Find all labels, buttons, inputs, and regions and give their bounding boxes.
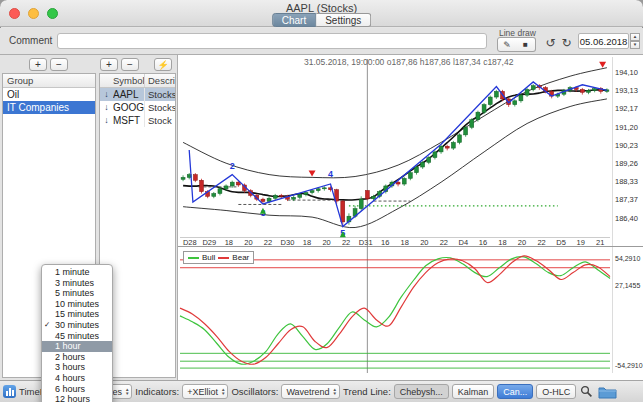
chart-style-icon[interactable]: [3, 385, 16, 398]
menu-item-15-minutes[interactable]: 15 minutes: [42, 309, 112, 320]
indicators-label: Indicators:: [135, 386, 179, 397]
group-list-item[interactable]: Oil: [3, 88, 95, 101]
candles-button[interactable]: Can...: [497, 384, 533, 399]
time-axis-label: 20: [244, 238, 252, 247]
price-axis-label: 187,37: [615, 195, 638, 204]
tab-chart[interactable]: Chart: [272, 13, 316, 27]
menu-item-3-minutes[interactable]: 3 minutes: [42, 278, 112, 289]
menu-item-label: 1 hour: [55, 341, 112, 352]
kalman-button[interactable]: Kalman: [452, 384, 495, 399]
bear-line-sample: [218, 257, 229, 259]
toolbar: Comment Line draw ✎ ■ ↺ ↻ 05.06.2018 ▲ ▼: [0, 28, 643, 55]
ohlc-button[interactable]: O-HLC: [536, 384, 576, 399]
magnifier-icon: [580, 385, 593, 398]
menu-item-3-hours[interactable]: 3 hours: [42, 362, 112, 373]
menu-item-12-hours[interactable]: 12 hours: [42, 394, 112, 402]
menu-item-label: 2 hours: [55, 352, 112, 363]
menu-item-4-hours[interactable]: 4 hours: [42, 373, 112, 384]
menu-item-30-minutes[interactable]: ✓30 minutes: [42, 320, 112, 331]
oscillator-legend: Bull Bear: [183, 251, 254, 264]
oscillators-select[interactable]: Wavetrend ▲▼: [281, 384, 340, 399]
date-stepper-down[interactable]: ▼: [630, 41, 640, 49]
menu-item-2-hours[interactable]: 2 hours: [42, 352, 112, 363]
menu-item-1-minute[interactable]: 1 minute: [42, 267, 112, 278]
add-group-button[interactable]: +: [29, 58, 47, 71]
group-list-item[interactable]: IT Companies: [3, 101, 95, 114]
date-stepper: ▲ ▼: [630, 33, 640, 49]
elliott-wave-label: 2: [230, 161, 235, 171]
menu-item-10-minutes[interactable]: 10 minutes: [42, 299, 112, 310]
menu-item-label: 4 hours: [55, 373, 112, 384]
menu-item-5-minutes[interactable]: 5 minutes: [42, 288, 112, 299]
candlestick-series: [181, 84, 609, 226]
chart-area: 194,10193,13192,17191,20190,23189,26188,…: [177, 55, 643, 380]
menu-item-label: 3 hours: [55, 362, 112, 373]
time-axis-label: 22: [440, 238, 448, 247]
group-list-header: Group: [3, 74, 95, 88]
time-axis-label: 18: [498, 238, 506, 247]
time-axis-label: D5: [556, 238, 566, 247]
tab-settings[interactable]: Settings: [316, 13, 371, 27]
time-axis-label: 16: [479, 238, 487, 247]
magnifier-button[interactable]: [579, 384, 594, 400]
add-symbol-button[interactable]: +: [100, 58, 118, 71]
chevron-up-icon: ▲: [633, 34, 637, 39]
time-axis-label: 18: [225, 238, 233, 247]
menu-item-45-minutes[interactable]: 45 minutes: [42, 331, 112, 342]
chebyshev-button[interactable]: Chebysh...: [394, 384, 449, 399]
combo-arrows-icon: ▲▼: [333, 388, 337, 396]
combo-arrows-icon: ▲▼: [221, 388, 225, 396]
time-axis-label: 22: [342, 238, 350, 247]
symbol-table-header: Symbol Description: [100, 74, 175, 88]
remove-symbol-button[interactable]: −: [121, 58, 139, 71]
menu-item-6-hours[interactable]: 6 hours: [42, 384, 112, 395]
symbol-table-row[interactable]: ↓GOOGStocks: [100, 101, 175, 114]
flash-button[interactable]: ⚡: [154, 58, 172, 71]
redo-button[interactable]: ↻: [559, 35, 574, 51]
description-cell: Stock: [144, 114, 175, 127]
chevron-down-icon: ▼: [633, 42, 637, 47]
menu-item-label: 6 hours: [55, 384, 112, 395]
date-field[interactable]: 05.06.2018: [578, 33, 629, 49]
candle-info-text: 31.05.2018, 19:00:00 o187,86 h187,86 l18…: [304, 57, 513, 67]
time-axis-label: D31: [359, 238, 373, 247]
menu-item-1-hour[interactable]: 1 hour: [42, 341, 112, 352]
pencil-icon: ✎: [503, 40, 511, 50]
time-axis-label: D4: [459, 238, 469, 247]
chart-canvas[interactable]: 194,10193,13192,17191,20190,23189,26188,…: [178, 55, 643, 380]
menu-item-label: 5 minutes: [55, 288, 112, 299]
symbol-column-header: Symbol: [100, 74, 144, 87]
description-cell: Stocks: [144, 101, 175, 114]
lightning-icon: ⚡: [157, 60, 168, 70]
down-arrow-icon: ↓: [100, 88, 113, 101]
rectangle-tool-button[interactable]: ■: [516, 37, 536, 52]
bull-line-sample: [188, 257, 199, 259]
menu-item-label: 1 minute: [55, 267, 112, 278]
redo-icon: ↻: [561, 36, 571, 50]
open-folder-button[interactable]: [597, 384, 618, 400]
menu-item-label: 10 minutes: [55, 299, 112, 310]
symbol-table-row[interactable]: ↓AAPLStocks: [100, 88, 175, 101]
time-axis-label: 20: [518, 238, 526, 247]
undo-button[interactable]: ↺: [543, 35, 558, 51]
undo-icon: ↺: [545, 36, 555, 50]
remove-group-button[interactable]: −: [50, 58, 68, 71]
lower-band-line: [183, 99, 607, 228]
symbol-table-row[interactable]: ↓MSFTStock: [100, 114, 175, 127]
elliott-wave-label: 4: [328, 169, 333, 179]
app-window: AAPL (Stocks) Chart Settings Comment Lin…: [0, 0, 643, 402]
time-axis-label: 21: [596, 238, 604, 247]
filled-square-icon: ■: [523, 40, 528, 49]
menu-item-label: 3 minutes: [55, 278, 112, 289]
pencil-tool-button[interactable]: ✎: [497, 37, 517, 52]
price-axis-label: 191,20: [615, 123, 638, 132]
comment-label: Comment: [9, 35, 52, 46]
comment-input[interactable]: [57, 33, 487, 49]
price-axis-label: 188,33: [615, 177, 638, 186]
date-stepper-up[interactable]: ▲: [630, 33, 640, 41]
indicators-select[interactable]: +XElliot ▲▼: [182, 384, 228, 399]
time-axis-label: 18: [401, 238, 409, 247]
view-tabs: Chart Settings: [272, 13, 372, 27]
timeframe-menu: 1 minute3 minutes5 minutes10 minutes15 m…: [41, 264, 113, 402]
sell-marker-icon: [309, 170, 316, 176]
